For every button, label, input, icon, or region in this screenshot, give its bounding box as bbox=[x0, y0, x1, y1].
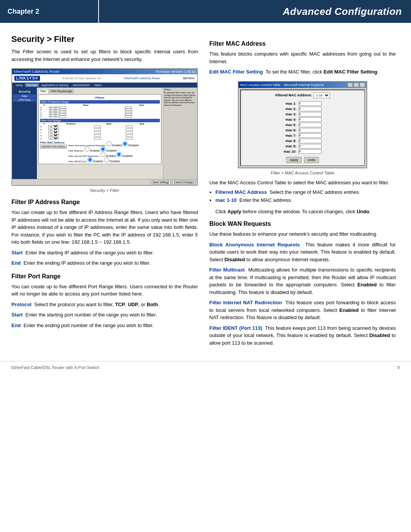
enabled-radio[interactable] bbox=[107, 141, 112, 146]
protocol-select[interactable]: Both bbox=[48, 128, 59, 130]
edit-mac-filter-btn[interactable]: Edit MAC Filter Setting bbox=[40, 145, 67, 149]
port-start-input[interactable] bbox=[94, 134, 101, 137]
cancel-changes-btn[interactable]: Cancel Changes bbox=[172, 180, 196, 184]
filter-ip-start: Start Enter the starting IP address of t… bbox=[11, 249, 198, 257]
linksys-logo: LINKSYS® bbox=[14, 76, 40, 81]
port-end-input[interactable] bbox=[126, 125, 133, 128]
filter-mac-mini-label: Filter MAC Address bbox=[40, 141, 65, 144]
mac10-label: mac 10: bbox=[243, 150, 296, 153]
nat-enabled-radio[interactable] bbox=[100, 152, 105, 157]
block-anon-para: Block Anonymous Internet Requests This f… bbox=[209, 241, 396, 264]
mac8-input[interactable] bbox=[299, 139, 322, 143]
filters-title: Filters bbox=[40, 96, 160, 99]
footer-right: 9 bbox=[397, 365, 400, 370]
ip-end-input[interactable] bbox=[125, 115, 132, 118]
nav-security[interactable]: Security bbox=[25, 83, 38, 87]
row-end: ~ bbox=[123, 115, 160, 118]
enabled-label4: Enabled bbox=[88, 160, 103, 163]
mac1-input[interactable] bbox=[299, 101, 322, 106]
page-header: Chapter 2 Advanced Configuration bbox=[0, 0, 411, 23]
row-end: ~ bbox=[124, 128, 160, 131]
protocol-select[interactable]: BothTCPUDP bbox=[48, 125, 59, 127]
filter-ip-heading: Filter IP Address Range bbox=[11, 199, 198, 206]
nav-applications[interactable]: Applications & Gaming bbox=[40, 83, 70, 87]
nav-administration[interactable]: Administration bbox=[71, 83, 91, 87]
mac2-input[interactable] bbox=[299, 107, 322, 111]
port-end-input[interactable] bbox=[126, 128, 133, 131]
mac5-label: mac 5: bbox=[243, 123, 296, 127]
filter-port-start: Start Enter the starting port number of … bbox=[11, 311, 198, 319]
port-start-input[interactable] bbox=[94, 131, 101, 134]
block-wan-body: Use these features to enhance your netwo… bbox=[209, 230, 396, 238]
linksys-bottom-bar: Save Settings Cancel Changes bbox=[12, 179, 197, 185]
ident-disabled-radio[interactable] bbox=[104, 157, 109, 162]
mac4-input[interactable] bbox=[299, 117, 322, 122]
filtered-mac-select[interactable]: 1-10 bbox=[314, 93, 330, 98]
protocol-select[interactable]: Both bbox=[48, 131, 59, 133]
port-end-input[interactable] bbox=[126, 131, 133, 134]
chapter-text: Chapter 2 bbox=[8, 8, 39, 16]
mac-undo-btn[interactable]: Undo bbox=[304, 157, 319, 163]
disabled-label4: Disabled bbox=[104, 160, 120, 163]
row-end: ~ bbox=[124, 125, 160, 128]
right-column: Filter MAC Address This feature blocks c… bbox=[209, 34, 396, 350]
sidebar-vpn-item[interactable]: VPN Pass bbox=[13, 98, 36, 102]
mac6-input[interactable] bbox=[299, 128, 322, 133]
filter-ip-end: End Enter the ending IP address of the r… bbox=[11, 259, 198, 267]
port-start-input[interactable] bbox=[94, 125, 101, 128]
mc-enabled-radio[interactable] bbox=[84, 147, 89, 152]
block-wan-heading: Block WAN Requests bbox=[209, 220, 396, 227]
linksys-body: Security Filter VPN Pass Filter VPN Pass… bbox=[12, 88, 197, 179]
mac-apply-btn[interactable]: Apply bbox=[286, 157, 302, 163]
filter-nat-label: Filter Internet NAT Redirection bbox=[209, 300, 282, 305]
row-protocol: Both bbox=[48, 137, 94, 140]
mac-address-grid: mac 1: mac 2: mac 3: mac 4: mac 5: mac 6… bbox=[243, 101, 362, 154]
mac3-input[interactable] bbox=[299, 112, 322, 117]
table-row: e192.168.1.~ bbox=[40, 115, 160, 118]
nav-setup[interactable]: Setup bbox=[14, 83, 24, 87]
security-filter-screenshot: EtherFast® Cable/DSL Router Firmware Ver… bbox=[11, 68, 198, 186]
table-row: bBoth~ bbox=[40, 128, 160, 131]
mac-minimize-btn[interactable]: _ bbox=[347, 83, 353, 87]
apply-note-apply: Apply bbox=[228, 209, 241, 214]
ident-enabled-radio[interactable] bbox=[88, 157, 92, 162]
protocol-select[interactable]: Both bbox=[48, 134, 59, 136]
bullet-mac-1-10: mac 1-10 Enter the MAC address. Click Ap… bbox=[215, 197, 396, 214]
udp-label: UDP bbox=[128, 302, 138, 307]
port-start-input[interactable] bbox=[94, 128, 101, 131]
table-row: dBoth~ bbox=[40, 134, 160, 137]
row-protocol: Both bbox=[48, 128, 94, 131]
port-end-text: Enter the ending port number of the rang… bbox=[24, 323, 154, 328]
mac5-input[interactable] bbox=[299, 123, 322, 127]
apply-note-undo: Undo bbox=[357, 209, 369, 214]
mac-table-screenshot: MAC Access Control Table - Microsoft Int… bbox=[238, 81, 367, 168]
port-end-input[interactable] bbox=[126, 134, 133, 137]
filtered-mac-bullet-text: Select the range of MAC address entries. bbox=[270, 189, 360, 195]
mac-close-btn[interactable]: ✕ bbox=[360, 83, 365, 87]
firmware-label: Firmware Version: 1.40.10 bbox=[156, 70, 196, 73]
nav-status[interactable]: Status bbox=[92, 83, 104, 87]
ip-start-input[interactable] bbox=[59, 115, 66, 118]
mac-wan-row: Filter MAC Address Edit MAC Filter Setti… bbox=[40, 141, 160, 163]
disabled-label2: Disabled bbox=[100, 149, 116, 152]
filter-ident-label: Filter IDENT (Port 113) bbox=[209, 325, 262, 331]
port-end-input[interactable] bbox=[126, 137, 133, 140]
sidebar-filter-item[interactable]: Filter bbox=[13, 94, 36, 98]
mac-1-10-text: Enter the MAC address. bbox=[239, 197, 292, 203]
help-panel-text: By using the Filter screens, you can con… bbox=[164, 91, 196, 106]
nat-disabled-radio[interactable] bbox=[116, 152, 121, 157]
mac-maximize-btn[interactable]: □ bbox=[354, 83, 359, 87]
mac7-input[interactable] bbox=[299, 133, 322, 138]
protocol-select[interactable]: Both bbox=[48, 137, 59, 139]
disabled-radio[interactable] bbox=[123, 141, 127, 146]
subnav-vpn[interactable]: VPN Passthrough bbox=[49, 89, 74, 93]
disabled-label: Disabled bbox=[123, 144, 139, 147]
mc-disabled-radio[interactable] bbox=[100, 147, 105, 152]
port-end-label: End bbox=[11, 323, 21, 328]
port-start-input[interactable] bbox=[94, 137, 101, 140]
mac10-input[interactable] bbox=[299, 149, 322, 154]
save-settings-btn[interactable]: Save Settings bbox=[151, 180, 171, 184]
mac9-input[interactable] bbox=[299, 144, 322, 149]
subnav-filter[interactable]: Filter bbox=[38, 89, 48, 93]
enabled-bold: Enabled bbox=[357, 282, 377, 288]
